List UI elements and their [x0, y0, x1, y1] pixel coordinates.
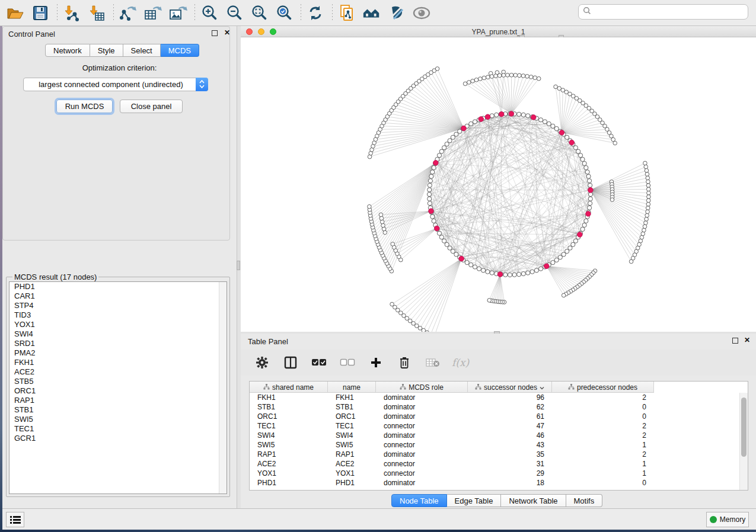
result-node-item[interactable]: TEC1 [9, 424, 227, 434]
table-cell: FKH1 [250, 393, 328, 402]
result-node-item[interactable]: ACE2 [9, 367, 227, 377]
zoom-in-icon[interactable] [200, 4, 219, 23]
table-cell: RAP1 [328, 450, 376, 459]
mcds-result-list[interactable]: PHD1CAR1STP4TID3YOX1SWI4SRD1PMA2FKH1ACE2… [9, 281, 227, 494]
table-cell: YOX1 [328, 469, 376, 477]
shared-column-icon [568, 383, 575, 392]
column-header-label: predecessor nodes [577, 383, 637, 392]
eye-icon[interactable] [412, 4, 431, 23]
task-history-button[interactable] [6, 512, 24, 527]
table-row[interactable]: ORC1ORC1dominator610 [250, 412, 739, 421]
result-node-item[interactable]: TID3 [9, 310, 227, 320]
import-table-icon[interactable] [87, 4, 106, 23]
zoom-selected-icon[interactable] [275, 4, 294, 23]
result-node-item[interactable]: SRD1 [9, 339, 227, 348]
column-header-name[interactable]: name [328, 382, 376, 393]
float-panel-icon[interactable] [212, 30, 218, 36]
table-cell: 2 [552, 431, 654, 440]
document-share-icon[interactable] [337, 4, 356, 23]
table-cell: 0 [552, 479, 654, 487]
table-cell: YOX1 [250, 469, 328, 477]
table-row[interactable]: STB1STB1dominator620 [250, 402, 739, 412]
column-visibility-icon[interactable] [281, 353, 300, 372]
table-cell: SWI5 [250, 441, 328, 449]
result-node-item[interactable]: YOX1 [9, 320, 227, 329]
tab-network-table[interactable]: Network Table [501, 494, 566, 507]
result-node-item[interactable]: ORC1 [9, 386, 227, 396]
tab-motifs[interactable]: Motifs [566, 494, 603, 507]
result-node-item[interactable]: STB1 [9, 405, 227, 415]
import-network-icon[interactable] [62, 4, 81, 23]
export-image-icon[interactable] [168, 4, 187, 23]
add-column-icon[interactable] [366, 353, 385, 372]
vertical-split-handle[interactable] [237, 261, 240, 270]
table-tabs: Node TableEdge TableNetwork TableMotifs [391, 494, 602, 507]
search-field[interactable] [578, 4, 748, 20]
tab-edge-table[interactable]: Edge Table [447, 494, 502, 507]
float-panel-icon[interactable] [732, 338, 738, 344]
column-header-successor-nodes[interactable]: successor nodes [468, 382, 552, 393]
close-panel-icon[interactable]: ✕ [744, 336, 750, 344]
table-row[interactable]: PHD1PHD1dominator180 [250, 478, 739, 488]
toolbar-separator [194, 4, 195, 22]
network-window-title: YPA_prune.txt_1 [241, 28, 756, 36]
result-node-item[interactable]: GCR1 [9, 434, 227, 443]
application-window: Control Panel ✕ NetworkStyleSelectMCDS O… [0, 0, 756, 532]
result-node-item[interactable]: STB5 [9, 377, 227, 386]
result-node-item[interactable]: FKH1 [9, 358, 227, 367]
graphics-details-icon[interactable] [387, 4, 406, 23]
result-node-item[interactable]: PHD1 [9, 282, 227, 291]
desktop-background [0, 530, 756, 532]
table-settings-icon[interactable] [253, 353, 272, 372]
tab-style[interactable]: Style [90, 44, 123, 57]
table-row[interactable]: RAP1RAP1dominator352 [250, 450, 739, 459]
result-node-item[interactable]: SWI4 [9, 329, 227, 339]
delete-column-icon[interactable] [395, 353, 414, 372]
zoom-out-icon[interactable] [225, 4, 244, 23]
sort-chevron-icon[interactable] [540, 383, 544, 392]
table-row[interactable]: TEC1TEC1connector472 [250, 421, 739, 431]
zoom-fit-icon[interactable] [250, 4, 269, 23]
table-row[interactable]: FKH1FKH1dominator962 [250, 393, 739, 402]
column-header-shared-name[interactable]: shared name [250, 382, 328, 393]
tab-node-table[interactable]: Node Table [391, 494, 447, 507]
memory-button[interactable]: Memory [706, 512, 749, 527]
result-list-scrollbar[interactable] [219, 282, 227, 493]
table-scrollbar-thumb[interactable] [741, 398, 747, 457]
save-session-icon[interactable] [31, 4, 50, 23]
refresh-icon[interactable] [306, 4, 325, 23]
result-node-item[interactable]: STP4 [9, 301, 227, 310]
export-table-icon[interactable] [143, 4, 162, 23]
result-node-item[interactable]: CAR1 [9, 291, 227, 301]
result-node-item[interactable]: SWI5 [9, 415, 227, 424]
table-cell: 47 [468, 422, 552, 430]
birds-eye-view-icon[interactable] [362, 4, 381, 23]
network-graph[interactable] [241, 37, 756, 332]
column-header-predecessor-nodes[interactable]: predecessor nodes [552, 382, 654, 393]
table-cell: STB1 [250, 403, 328, 411]
function-builder-icon[interactable]: f(x) [452, 353, 469, 372]
run-mcds-button[interactable]: Run MCDS [56, 100, 113, 113]
table-scrollbar[interactable] [739, 393, 748, 490]
tab-network[interactable]: Network [45, 44, 90, 57]
criterion-dropdown[interactable]: largest connected component (undirected) [23, 78, 208, 91]
close-panel-button[interactable]: Close panel [120, 100, 183, 113]
table-toolbar: f(x) [241, 350, 756, 376]
table-row[interactable]: ACE2ACE2connector311 [250, 459, 739, 469]
deselect-all-icon[interactable] [338, 353, 357, 372]
tab-select[interactable]: Select [123, 44, 161, 57]
search-input[interactable] [594, 5, 748, 18]
select-all-icon[interactable] [310, 353, 328, 372]
table-row[interactable]: YOX1YOX1connector291 [250, 469, 739, 478]
table-row[interactable]: SWI5SWI5connector431 [250, 440, 739, 450]
column-header-MCDS-role[interactable]: MCDS role [376, 382, 468, 393]
close-panel-icon[interactable]: ✕ [224, 29, 230, 37]
result-node-item[interactable]: RAP1 [9, 396, 227, 405]
result-node-item[interactable]: PMA2 [9, 348, 227, 358]
main-toolbar [0, 0, 756, 26]
table-row[interactable]: SWI4SWI4dominator462 [250, 431, 739, 440]
delete-table-icon[interactable] [423, 353, 442, 372]
tab-mcds[interactable]: MCDS [161, 44, 199, 57]
export-network-icon[interactable] [119, 4, 138, 23]
open-file-icon[interactable] [6, 4, 25, 23]
